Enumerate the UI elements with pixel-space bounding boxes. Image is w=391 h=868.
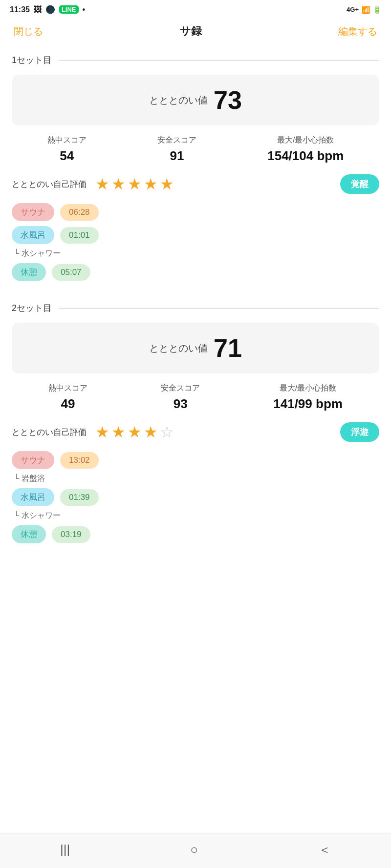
status-bar: 11:35 🖼 🌑 LINE • 4G+ 📶 🔋: [0, 0, 391, 17]
set-1-mizu-time: 01:01: [60, 227, 99, 244]
status-time: 11:35: [10, 5, 30, 14]
set-1-activity-sauna: サウナ 06:28: [0, 201, 391, 224]
nav-home-icon[interactable]: ○: [190, 842, 198, 857]
set-1-heat-value: 54: [47, 148, 87, 164]
set-1-stats: 熱中スコア 54 安全スコア 91 最大/最小心拍数 154/104 bpm: [0, 133, 391, 171]
set-2-eval-row: とととのい自己評価 ★ ★ ★ ★ ☆ 浮遊: [0, 419, 391, 449]
set-2-bpm: 最大/最小心拍数 141/99 bpm: [273, 383, 343, 412]
page-title: サ録: [180, 24, 202, 39]
set-1-score-value: 73: [214, 85, 242, 115]
set-1-activity-rest: 休憩 05:07: [0, 261, 391, 284]
set-1-rest-time: 05:07: [52, 264, 90, 281]
set-2-star-5: ☆: [160, 423, 174, 441]
set-1-sauna-time: 06:28: [60, 204, 99, 221]
set-2-safety: 安全スコア 93: [161, 383, 200, 412]
set-2-bpm-value: 141/99 bpm: [273, 396, 343, 412]
set-1-bpm: 最大/最小心拍数 154/104 bpm: [267, 135, 344, 164]
set-2-heat-label: 熱中スコア: [48, 383, 87, 393]
set-2-heat: 熱中スコア 49: [48, 383, 87, 412]
set-1-stars: ★ ★ ★ ★ ★: [95, 175, 174, 193]
set-1-label: 1セット目: [0, 45, 391, 71]
set-1-score-card: とととのい値 73: [12, 75, 379, 125]
set-1-safety: 安全スコア 91: [157, 135, 196, 164]
moon-icon: 🌑: [45, 5, 55, 14]
set-2-mizu-tag: 水風呂: [12, 488, 54, 506]
set-2-star-3: ★: [128, 423, 142, 441]
set-2-star-4: ★: [144, 423, 158, 441]
line-icon: LINE: [59, 5, 79, 14]
set-1-rest-tag: 休憩: [12, 263, 46, 281]
nav-menu-icon[interactable]: |||: [60, 842, 70, 857]
signal-icon: 📶: [362, 6, 370, 14]
set-2-safety-label: 安全スコア: [161, 383, 200, 393]
set-2-badge: 浮遊: [340, 422, 379, 442]
set-1-sauna-tag: サウナ: [12, 203, 54, 221]
set-2-heat-value: 49: [48, 396, 87, 412]
set-2-score-value: 71: [214, 333, 242, 363]
set-2-sub-iwaburo: └ 岩盤浴: [0, 472, 391, 486]
set-1-heat: 熱中スコア 54: [47, 135, 87, 164]
nav-back-icon[interactable]: ＜: [318, 841, 331, 858]
content-area: 1セット目 とととのい値 73 熱中スコア 54 安全スコア 91 最大/最小心…: [0, 45, 391, 595]
set-1-safety-value: 91: [157, 148, 196, 164]
set-1-mizu-tag: 水風呂: [12, 226, 54, 244]
set-1-star-5: ★: [160, 175, 174, 193]
set-2: 2セット目 とととのい値 71 熱中スコア 49 安全スコア 93 最大/最小心…: [0, 293, 391, 546]
set-1-safety-label: 安全スコア: [157, 135, 196, 145]
set-1-star-4: ★: [144, 175, 158, 193]
set-1-sub-shower: └ 水シャワー: [0, 247, 391, 261]
network-label: 4G+: [347, 6, 359, 13]
bottom-navigation: ||| ○ ＜: [0, 833, 391, 868]
set-2-star-2: ★: [111, 423, 126, 441]
set-1-heat-label: 熱中スコア: [47, 135, 87, 145]
set-2-mizu-time: 01:39: [60, 489, 99, 506]
set-2-stars: ★ ★ ★ ★ ☆: [95, 423, 174, 441]
set-2-label: 2セット目: [0, 293, 391, 319]
set-2-eval-label: とととのい自己評価: [12, 427, 87, 438]
set-2-activity-rest: 休憩 03:19: [0, 523, 391, 546]
set-2-stats: 熱中スコア 49 安全スコア 93 最大/最小心拍数 141/99 bpm: [0, 381, 391, 419]
set-2-sub-shower: └ 水シャワー: [0, 509, 391, 523]
set-2-bpm-label: 最大/最小心拍数: [273, 383, 343, 393]
header: 閉じる サ録 編集する: [0, 17, 391, 45]
close-button[interactable]: 閉じる: [14, 25, 43, 38]
set-1-star-1: ★: [95, 175, 109, 193]
edit-button[interactable]: 編集する: [338, 25, 377, 38]
set-2-rest-time: 03:19: [52, 526, 90, 543]
dot-icon: •: [83, 5, 86, 14]
set-2-activity-sauna: サウナ 13:02: [0, 449, 391, 472]
set-1-star-3: ★: [128, 175, 142, 193]
set-2-sauna-time: 13:02: [60, 452, 99, 469]
photo-icon: 🖼: [34, 5, 42, 14]
set-2-safety-value: 93: [161, 396, 200, 412]
set-1-eval-label: とととのい自己評価: [12, 179, 87, 190]
set-2-activity-mizu: 水風呂 01:39: [0, 486, 391, 509]
set-2-sauna-tag: サウナ: [12, 451, 54, 469]
set-1-bpm-value: 154/104 bpm: [267, 148, 344, 164]
set-1-star-2: ★: [111, 175, 126, 193]
set-2-score-label: とととのい値: [149, 342, 208, 355]
set-2-star-1: ★: [95, 423, 109, 441]
set-1-badge: 覚醒: [340, 174, 379, 194]
battery-icon: 🔋: [373, 6, 381, 14]
set-1: 1セット目 とととのい値 73 熱中スコア 54 安全スコア 91 最大/最小心…: [0, 45, 391, 284]
set-1-activity-mizu: 水風呂 01:01: [0, 224, 391, 247]
set-1-score-label: とととのい値: [149, 94, 208, 107]
set-2-rest-tag: 休憩: [12, 525, 46, 543]
set-1-bpm-label: 最大/最小心拍数: [267, 135, 344, 145]
set-1-eval-row: とととのい自己評価 ★ ★ ★ ★ ★ 覚醒: [0, 171, 391, 201]
set-2-score-card: とととのい値 71: [12, 323, 379, 373]
